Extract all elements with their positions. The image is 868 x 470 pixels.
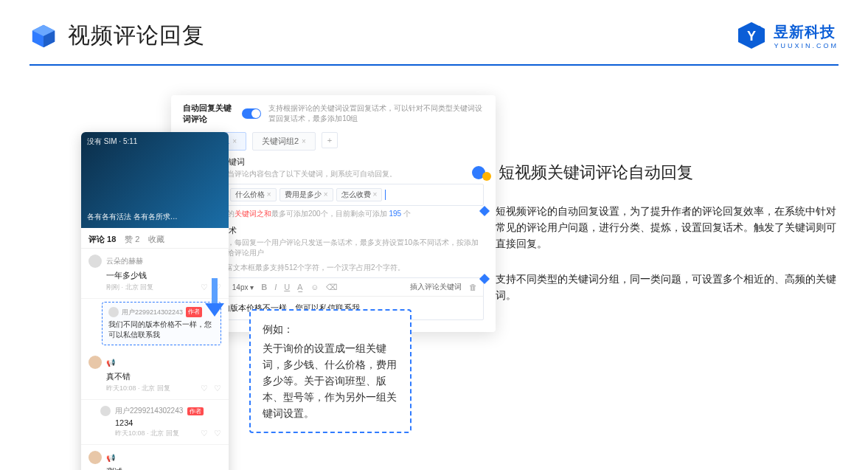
- underline-icon[interactable]: U: [284, 283, 290, 291]
- bullet-item: 短视频评论的自动回复设置，为了提升作者的评论回复效率，在系统中针对常见的评论用户…: [481, 203, 841, 252]
- keyword-tag[interactable]: 什么价格×: [230, 188, 277, 201]
- comment-item: 📢 测试: [81, 445, 229, 470]
- brand-name: 昱新科技: [774, 22, 839, 42]
- diamond-icon: [479, 206, 490, 216]
- close-icon[interactable]: ×: [302, 137, 306, 145]
- tab-comments[interactable]: 评论 18: [88, 234, 116, 245]
- comment-item: 用户2299214302243作者 1234 昨天10:08 · 北京 回复♡♡: [81, 400, 229, 445]
- svg-marker-7: [205, 303, 224, 317]
- page-title: 视频评论回复: [68, 21, 205, 51]
- add-group-button[interactable]: +: [322, 132, 338, 148]
- tab-fav[interactable]: 收藏: [148, 234, 164, 245]
- brand-logo: Y 昱新科技 YUUXIN.COM: [737, 21, 839, 50]
- keyword-tag[interactable]: 费用是多少×: [280, 188, 333, 201]
- bold-icon[interactable]: B: [261, 283, 267, 291]
- section-title: 短视频关键词评论自动回复: [499, 162, 693, 184]
- status-bar: 没有 SIM · 5:11: [87, 136, 223, 147]
- section-icon: [472, 165, 491, 181]
- tab-likes[interactable]: 赞 2: [125, 234, 139, 245]
- svg-rect-6: [212, 278, 218, 303]
- video-caption: 各有各有活法 各有各所求…: [87, 212, 178, 222]
- avatar: [88, 255, 102, 268]
- close-icon[interactable]: ×: [232, 137, 237, 145]
- emoji-icon[interactable]: ☺: [310, 283, 319, 291]
- video-preview: 没有 SIM · 5:11 各有各有活法 各有各所求…: [81, 132, 229, 228]
- comment-item: 📢 真不错 昨天10:08 · 北京 回复♡♡: [81, 350, 229, 400]
- brand-sub: YUUXIN.COM: [774, 42, 839, 49]
- diamond-icon: [479, 274, 490, 284]
- example-body: 关于询价的设置成一组关键词，多少钱、什么价格，费用多少等。关于咨询班型、版本、型…: [263, 340, 398, 421]
- font-size-select[interactable]: 14px ▾: [232, 283, 254, 291]
- color-icon[interactable]: A̲: [297, 283, 303, 292]
- keyword-tag[interactable]: 怎么收费×: [336, 188, 383, 201]
- clear-icon[interactable]: ⌫: [326, 283, 338, 292]
- svg-point-5: [757, 26, 761, 30]
- panel-hint: 支持根据评论的关键词设置回复话术，可以针对不同类型关键词设置回复话术，最多添加1…: [268, 103, 484, 124]
- panel-heading: 自动回复关键词评论: [183, 103, 235, 125]
- cube-icon: [29, 22, 58, 50]
- insert-keyword-button[interactable]: 插入评论关键词: [410, 282, 462, 292]
- example-heading: 例如：: [263, 321, 398, 337]
- arrow-down-icon: [204, 278, 226, 318]
- bullet-item: 支持不同类型的关键词分组，同一类问题，可设置多个相近的、高频的关键词。: [481, 271, 841, 303]
- example-box: 例如： 关于询价的设置成一组关键词，多少钱、什么价格，费用多少等。关于咨询班型、…: [249, 309, 412, 433]
- keyword-group-tab-2[interactable]: 关键词组2×: [252, 132, 316, 151]
- svg-text:Y: Y: [747, 29, 756, 44]
- italic-icon[interactable]: I: [274, 283, 277, 291]
- author-badge: 作者: [186, 307, 202, 317]
- auto-reply-toggle[interactable]: [242, 108, 261, 119]
